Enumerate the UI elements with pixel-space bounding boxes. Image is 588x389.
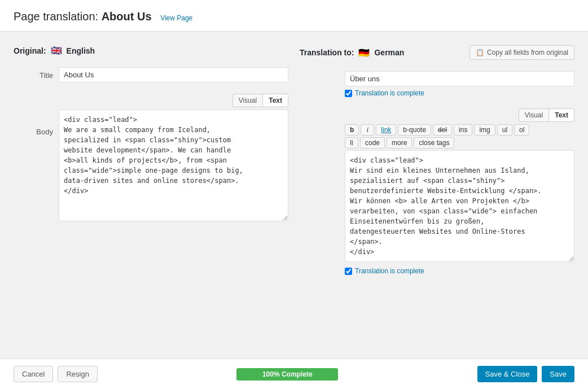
toolbar-del-btn[interactable]: del bbox=[433, 124, 452, 136]
translation-header-row: Translation to: 🇩🇪 German 📋 Copy all fie… bbox=[300, 45, 574, 60]
page-title: Page translation: About Us View Page bbox=[14, 10, 574, 23]
original-title-input[interactable] bbox=[59, 67, 288, 82]
original-col-header: Original: 🇬🇧 English bbox=[14, 45, 288, 56]
translation-col-header: Translation to: 🇩🇪 German bbox=[300, 47, 469, 58]
page-name: About Us bbox=[102, 10, 152, 23]
translation-language: German bbox=[374, 48, 404, 57]
columns: Original: 🇬🇧 English Title Body bbox=[14, 45, 574, 347]
copy-fields-label: Copy all fields from original bbox=[487, 49, 568, 56]
title-label: Title bbox=[14, 67, 53, 80]
translation-toolbar: b i link b-quote del ins img ul ol bbox=[345, 124, 574, 136]
footer-left: Cancel Resign bbox=[14, 366, 98, 382]
page-wrapper: Page translation: About Us View Page Ori… bbox=[0, 0, 588, 389]
save-button[interactable]: Save bbox=[542, 366, 574, 382]
content-area: Original: 🇬🇧 English Title Body bbox=[0, 32, 588, 347]
toolbar-li-btn[interactable]: li bbox=[345, 137, 358, 148]
translation-title-input[interactable] bbox=[345, 71, 574, 86]
translation-visual-tab[interactable]: Visual bbox=[519, 108, 549, 122]
toolbar-code-btn[interactable]: code bbox=[360, 137, 385, 148]
translation-label: Translation to: bbox=[300, 48, 354, 57]
translation-text-tab[interactable]: Text bbox=[549, 108, 574, 122]
translation-title-field-wrap: Translation is complete bbox=[345, 71, 574, 97]
translation-complete-title-label: Translation is complete bbox=[355, 89, 424, 97]
toolbar-more-btn[interactable]: more bbox=[387, 137, 412, 148]
footer-bar: Cancel Resign 100% Complete Save & Close… bbox=[0, 359, 588, 389]
translation-complete-body-wrap: Translation is complete bbox=[345, 267, 574, 275]
toolbar-italic-btn[interactable]: i bbox=[361, 124, 374, 136]
toolbar-bold-btn[interactable]: b bbox=[345, 124, 359, 136]
original-body-row: Body Visual Text bbox=[14, 94, 288, 223]
translation-title-row: Title Translation is complete bbox=[300, 71, 574, 97]
translation-complete-body-label: Translation is complete bbox=[355, 267, 424, 275]
toolbar-bquote-btn[interactable]: b-quote bbox=[398, 124, 431, 136]
original-body-editor: Visual Text bbox=[59, 94, 288, 223]
original-title-field-wrap bbox=[59, 67, 288, 82]
save-close-button[interactable]: Save & Close bbox=[477, 366, 538, 382]
progress-bar-outer: 100% Complete bbox=[236, 368, 338, 381]
col-translation: Translation to: 🇩🇪 German 📋 Copy all fie… bbox=[300, 45, 574, 347]
translation-body-editor: Visual Text b i link b-quote del ins img… bbox=[345, 108, 574, 275]
original-language: English bbox=[67, 46, 95, 55]
title-prefix: Page translation: bbox=[14, 10, 98, 23]
progress-label: 100% Complete bbox=[236, 370, 338, 378]
body-label: Body bbox=[14, 94, 53, 136]
footer-right: Save & Close Save bbox=[477, 366, 574, 382]
toolbar-img-btn[interactable]: img bbox=[474, 124, 495, 136]
copy-icon: 📋 bbox=[476, 49, 484, 56]
translation-complete-title-wrap: Translation is complete bbox=[345, 89, 574, 97]
resign-button[interactable]: Resign bbox=[58, 366, 97, 382]
translation-body-textarea[interactable] bbox=[345, 150, 574, 262]
original-text-tab[interactable]: Text bbox=[263, 94, 288, 107]
toolbar-ins-btn[interactable]: ins bbox=[454, 124, 472, 136]
view-page-link[interactable]: View Page bbox=[160, 14, 192, 22]
translation-toolbar-row2: li code more close tags bbox=[345, 137, 574, 148]
col-original: Original: 🇬🇧 English Title Body bbox=[14, 45, 288, 347]
original-title-row: Title bbox=[14, 67, 288, 82]
toolbar-close-tags-btn[interactable]: close tags bbox=[414, 137, 454, 148]
translation-complete-body-checkbox[interactable] bbox=[345, 268, 352, 275]
translation-editor-tabs: Visual Text bbox=[345, 108, 574, 122]
toolbar-ul-btn[interactable]: ul bbox=[497, 124, 512, 136]
page-header: Page translation: About Us View Page bbox=[0, 0, 588, 32]
translation-body-row: Body Visual Text b i link b-quote del bbox=[300, 108, 574, 275]
original-title-input-wrap bbox=[59, 67, 288, 82]
translation-complete-title-checkbox[interactable] bbox=[345, 90, 352, 97]
toolbar-ol-btn[interactable]: ol bbox=[514, 124, 529, 136]
toolbar-link-btn[interactable]: link bbox=[376, 124, 396, 136]
original-body-textarea[interactable] bbox=[59, 110, 288, 221]
translation-title-input-wrap: Translation is complete bbox=[345, 71, 574, 97]
progress-wrap: 100% Complete bbox=[103, 368, 472, 381]
original-flag: 🇬🇧 bbox=[51, 45, 62, 56]
translation-flag: 🇩🇪 bbox=[358, 47, 370, 58]
original-label: Original: bbox=[14, 46, 46, 55]
original-editor-tabs: Visual Text bbox=[59, 94, 288, 107]
copy-fields-button[interactable]: 📋 Copy all fields from original bbox=[469, 45, 574, 60]
cancel-button[interactable]: Cancel bbox=[14, 366, 53, 382]
original-visual-tab[interactable]: Visual bbox=[232, 94, 263, 107]
